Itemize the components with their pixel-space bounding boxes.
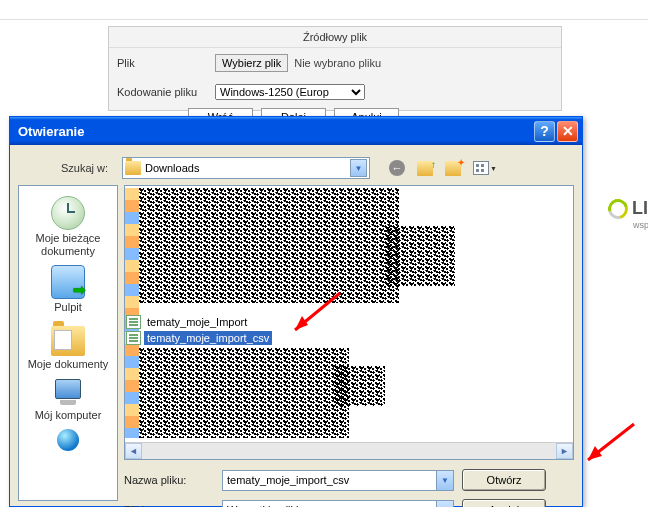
file-item[interactable]: tematy_moje_Import — [125, 314, 250, 330]
chevron-down-icon: ▼ — [490, 165, 497, 172]
file-item-selected[interactable]: tematy_moje_import_csv — [125, 330, 272, 346]
dialog-title: Otwieranie — [18, 124, 84, 139]
source-file-header: Źródłowy plik — [109, 27, 561, 48]
folder-icon — [125, 161, 141, 175]
redacted-area — [385, 226, 455, 286]
redacted-area — [139, 348, 349, 438]
annotation-arrow — [576, 418, 646, 473]
no-file-text: Nie wybrano pliku — [294, 57, 381, 69]
sidebar-item-label: Mój komputer — [35, 409, 102, 422]
scroll-track[interactable] — [142, 443, 556, 459]
filename-label: Nazwa pliku: — [124, 474, 214, 486]
views-icon — [473, 161, 489, 175]
brand-logo-text: LI — [632, 198, 648, 219]
svg-marker-3 — [588, 446, 602, 460]
lookin-label: Szukaj w: — [18, 162, 116, 174]
help-icon[interactable]: ? — [534, 121, 555, 142]
chevron-down-icon[interactable]: ▼ — [350, 159, 367, 177]
sidebar-item-mycomputer[interactable]: Mój komputer — [31, 377, 106, 424]
redacted-area — [335, 366, 385, 406]
file-name: tematy_moje_import_csv — [144, 331, 272, 345]
new-folder-icon — [445, 161, 461, 176]
brand-logo: LI wsp — [608, 198, 648, 219]
file-icons-column — [125, 188, 139, 438]
open-button[interactable]: Otwórz — [462, 469, 546, 491]
sidebar-item-label: Moje dokumenty — [28, 358, 109, 371]
dialog-titlebar[interactable]: Otwieranie ? ✕ — [10, 117, 582, 145]
file-icon — [126, 331, 141, 345]
redacted-area — [139, 188, 399, 303]
lookin-value: Downloads — [145, 162, 350, 174]
sidebar-item-mydocs[interactable]: Moje dokumenty — [24, 320, 113, 373]
sidebar-item-network[interactable] — [47, 427, 89, 461]
scrollbar-horizontal[interactable]: ◄ ► — [125, 442, 573, 459]
file-icon — [126, 315, 141, 329]
file-label: Plik — [117, 57, 215, 69]
recent-icon — [51, 196, 85, 230]
scroll-left-icon[interactable]: ◄ — [125, 443, 142, 459]
chevron-down-icon[interactable]: ▼ — [436, 501, 453, 508]
brand-logo-sub: wsp — [633, 220, 648, 230]
filename-value: tematy_moje_import_csv — [223, 474, 436, 486]
new-folder-button[interactable] — [442, 157, 464, 179]
file-name: tematy_moje_Import — [144, 315, 250, 329]
sidebar-item-label: Moje bieżące dokumenty — [23, 232, 113, 257]
scroll-right-icon[interactable]: ► — [556, 443, 573, 459]
nav-up-button[interactable] — [414, 157, 436, 179]
file-list[interactable]: tematy_moje_Import tematy_moje_import_cs… — [124, 185, 574, 460]
filename-combo[interactable]: tematy_moje_import_csv ▼ — [222, 470, 454, 491]
desktop-icon — [51, 265, 85, 299]
brand-logo-icon — [604, 195, 631, 222]
views-button[interactable]: ▼ — [470, 157, 500, 179]
source-file-panel: Źródłowy plik Plik Wybierz plik Nie wybr… — [108, 26, 562, 111]
open-file-dialog: Otwieranie ? ✕ Szukaj w: Downloads ▼ ← ▼ — [9, 116, 583, 507]
lookin-combo[interactable]: Downloads ▼ — [122, 157, 370, 179]
encoding-select[interactable]: Windows-1250 (Europ — [215, 84, 365, 100]
arrow-left-icon: ← — [389, 160, 405, 176]
encoding-label: Kodowanie pliku — [117, 86, 215, 98]
close-icon[interactable]: ✕ — [557, 121, 578, 142]
cancel-button[interactable]: Anuluj — [462, 499, 546, 507]
sidebar-item-recent[interactable]: Moje bieżące dokumenty — [19, 194, 117, 259]
network-icon — [51, 429, 85, 459]
folder-up-icon — [417, 161, 433, 176]
nav-back-button[interactable]: ← — [386, 157, 408, 179]
chevron-down-icon[interactable]: ▼ — [436, 471, 453, 490]
sidebar-item-label: Pulpit — [51, 301, 85, 314]
places-sidebar: Moje bieżące dokumenty Pulpit Moje dokum… — [18, 185, 118, 501]
svg-line-2 — [588, 424, 634, 460]
divider-top — [0, 19, 648, 20]
sidebar-item-desktop[interactable]: Pulpit — [47, 263, 89, 316]
documents-icon — [51, 326, 85, 356]
filetype-combo[interactable]: Wszystkie pliki ▼ — [222, 500, 454, 508]
choose-file-button[interactable]: Wybierz plik — [215, 54, 288, 72]
computer-icon — [51, 379, 85, 407]
